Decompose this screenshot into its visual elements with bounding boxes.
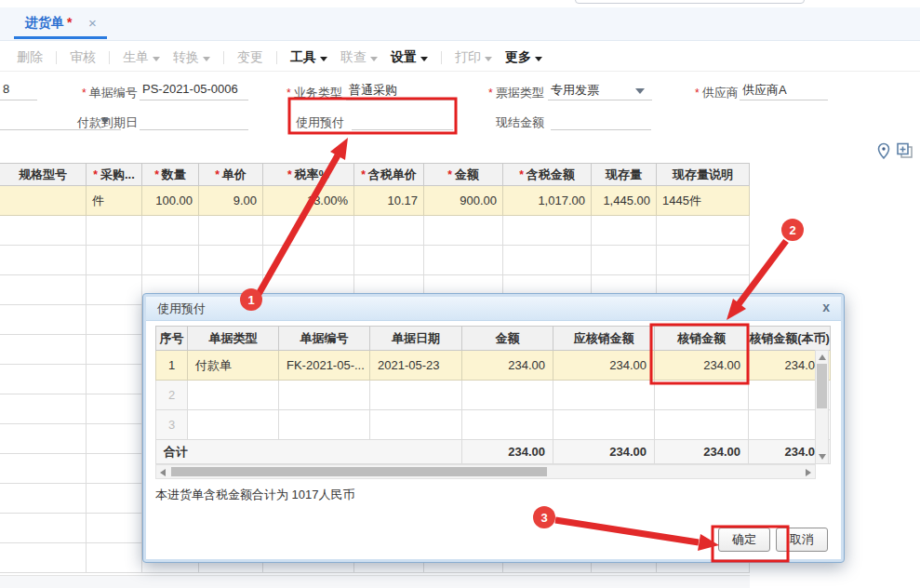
- tab-dirty-marker: *: [67, 15, 72, 30]
- total-label: 合计: [156, 440, 462, 464]
- col-header-writeoff: 核销金额: [655, 327, 749, 351]
- toolbar-more-button[interactable]: 更多: [505, 49, 542, 66]
- scroll-left-icon[interactable]: [160, 469, 166, 476]
- toolbar-print-button[interactable]: 打印: [455, 49, 492, 66]
- cell-stock-note[interactable]: 1445件: [657, 186, 750, 216]
- cell-spec[interactable]: [0, 186, 87, 216]
- cell-stock[interactable]: 1,445.00: [592, 186, 657, 216]
- prepay-header-row: 序号 单据类型 单据编号 单据日期 金额 应核销金额 核销金额 核销金额(本币): [156, 327, 831, 351]
- chevron-down-icon: [320, 57, 327, 61]
- doc-no-field[interactable]: PS-2021-05-0006: [140, 82, 248, 100]
- cash-amount-field[interactable]: [551, 112, 651, 130]
- col-header-price[interactable]: *单价: [199, 164, 263, 186]
- supplier-field[interactable]: 供应商A: [740, 82, 828, 100]
- toolbar-separator: [56, 51, 57, 64]
- biz-type-field[interactable]: 普通采购: [346, 82, 456, 100]
- toolbar: 删除 审核 生单 转换 变更 工具 联查 设置 打印 更多: [17, 47, 542, 69]
- doc-no-label: *单据编号: [82, 85, 138, 101]
- toolbar-generate-button[interactable]: 生单: [123, 49, 160, 66]
- col-header-tax-rate[interactable]: *税率%: [263, 164, 354, 186]
- scroll-up-icon[interactable]: [819, 354, 826, 360]
- col-header-qty[interactable]: *数量: [142, 164, 199, 186]
- chevron-down-icon[interactable]: [635, 88, 645, 94]
- col-header-purchase-unit[interactable]: *采购...: [87, 164, 142, 186]
- grid-empty-row: [0, 216, 750, 246]
- dialog-horizontal-scrollbar[interactable]: [155, 464, 816, 479]
- col-header-stock[interactable]: 现存量: [592, 164, 657, 186]
- cell-price[interactable]: 9.00: [199, 186, 263, 216]
- col-header-amount: 金额: [462, 327, 553, 351]
- prepay-table: 序号 单据类型 单据编号 单据日期 金额 应核销金额 核销金额 核销金额(本币)…: [155, 326, 831, 464]
- use-prepay-field[interactable]: [352, 112, 453, 130]
- duplicate-add-icon[interactable]: [896, 142, 914, 160]
- scroll-down-icon[interactable]: [819, 454, 826, 460]
- dialog-title: 使用预付: [146, 297, 841, 321]
- left-truncated-field[interactable]: 8: [0, 82, 37, 100]
- grid-horizontal-scrollbar[interactable]: [0, 575, 750, 588]
- prepay-total-row: 合计 234.00 234.00 234.00 234.0: [156, 440, 831, 464]
- col-header-price-with-tax[interactable]: *含税单价: [354, 164, 424, 186]
- grid-header-row: 规格型号 *采购... *数量 *单价 *税率% *含税单价 *金额 *含税金额…: [0, 164, 750, 186]
- location-pin-icon[interactable]: [875, 142, 892, 160]
- toolbar-separator: [223, 51, 224, 64]
- purchase-order-screen: 进货单* × 删除 审核 生单 转换 变更 工具 联查 设置 打印 更多 8 *…: [0, 0, 920, 588]
- toolbar-delete-button[interactable]: 删除: [17, 49, 43, 66]
- grid-data-row: 件 100.00 9.00 13.00% 10.17 900.00 1,017.…: [0, 186, 750, 216]
- prepay-row: 1 付款单 FK-2021-05-... 2021-05-23 234.00 2…: [156, 351, 831, 381]
- prepay-empty-row: 3: [156, 410, 831, 440]
- toolbar-divider: [0, 71, 920, 72]
- cell-purchase-unit[interactable]: 件: [87, 186, 142, 216]
- grid-empty-row: [0, 246, 750, 275]
- chevron-down-icon: [535, 57, 542, 61]
- top-search-input[interactable]: [575, 0, 805, 4]
- cell-amount-with-tax[interactable]: 1,017.00: [503, 186, 592, 216]
- cell-tax-rate[interactable]: 13.00%: [263, 186, 354, 216]
- col-header-seq: 序号: [156, 327, 188, 351]
- biz-type-label: *业务类型: [287, 85, 342, 101]
- cell-qty[interactable]: 100.00: [142, 186, 199, 216]
- supplier-label: *供应商: [695, 85, 739, 101]
- col-header-doc-date: 单据日期: [370, 327, 462, 351]
- col-header-spec[interactable]: 规格型号: [0, 164, 87, 186]
- col-header-amount[interactable]: *金额: [424, 164, 503, 186]
- tab-purchase-order[interactable]: 进货单*: [25, 15, 72, 32]
- scroll-right-icon[interactable]: [806, 469, 811, 476]
- dialog-close-icon[interactable]: x: [822, 300, 830, 314]
- invoice-type-label: *票据类型: [488, 85, 544, 101]
- dialog-vertical-scrollbar[interactable]: [815, 350, 829, 464]
- toolbar-convert-button[interactable]: 转换: [173, 49, 210, 66]
- ok-button[interactable]: 确定: [718, 528, 770, 552]
- col-header-doc-no: 单据编号: [279, 327, 370, 351]
- col-header-writeoff-base: 核销金额(本币): [749, 327, 831, 351]
- use-prepay-label: 使用预付: [296, 114, 344, 131]
- toolbar-settings-button[interactable]: 设置: [391, 49, 428, 66]
- toolbar-linked-query-button[interactable]: 联查: [340, 49, 378, 66]
- prepay-empty-row: 2: [156, 381, 831, 410]
- pay-due-label: 付款到期日: [77, 114, 138, 131]
- cell-amount[interactable]: 900.00: [424, 186, 503, 216]
- col-header-amount-with-tax[interactable]: *含税金额: [503, 164, 592, 186]
- toolbar-tools-button[interactable]: 工具: [290, 49, 327, 66]
- scrollbar-thumb[interactable]: [171, 467, 547, 476]
- cell-price-with-tax[interactable]: 10.17: [354, 186, 424, 216]
- toolbar-audit-button[interactable]: 审核: [70, 49, 96, 66]
- chevron-down-icon: [153, 57, 160, 61]
- col-header-stock-note[interactable]: 现存量说明: [657, 164, 750, 186]
- cash-amount-label: 现结金额: [496, 114, 544, 131]
- tab-title: 进货单: [25, 15, 64, 30]
- dialog-note: 本进货单含税金额合计为 1017人民币: [155, 487, 832, 503]
- scrollbar-thumb[interactable]: [817, 364, 827, 408]
- cancel-button[interactable]: 取消: [776, 528, 828, 552]
- chevron-down-icon: [203, 57, 210, 61]
- arrowhead-1: [330, 138, 348, 160]
- pay-due-field[interactable]: [140, 112, 248, 130]
- step-circle-2: [781, 219, 804, 241]
- col-header-to-writeoff: 应核销金额: [553, 327, 655, 351]
- toolbar-separator: [276, 51, 277, 64]
- col-header-doc-type: 单据类型: [188, 327, 279, 351]
- toolbar-change-button[interactable]: 变更: [237, 49, 263, 66]
- tab-bar: 进货单* ×: [0, 7, 920, 41]
- chevron-down-icon: [485, 57, 492, 61]
- tab-close-icon[interactable]: ×: [88, 15, 97, 31]
- toolbar-separator: [441, 51, 442, 64]
